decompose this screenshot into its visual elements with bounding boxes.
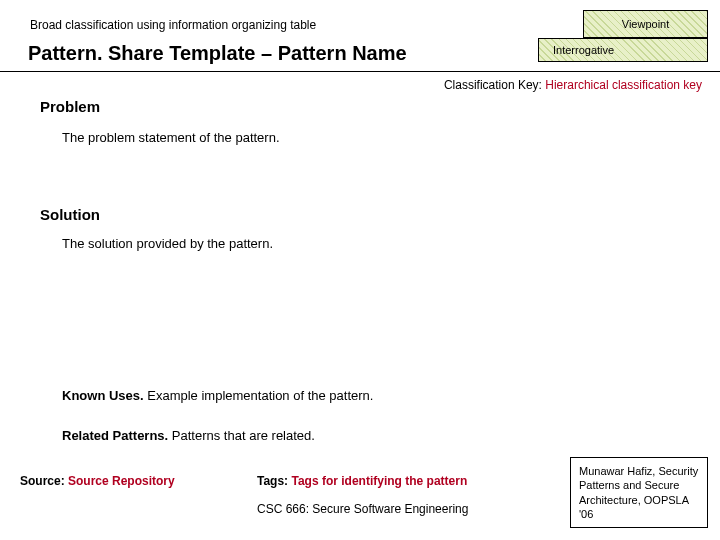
- citation-box: Munawar Hafiz, Security Patterns and Sec…: [570, 457, 708, 528]
- related-patterns-line: Related Patterns. Patterns that are rela…: [62, 428, 315, 443]
- tags-label: Tags:: [257, 474, 291, 488]
- known-uses-text: Example implementation of the pattern.: [147, 388, 373, 403]
- header-divider: [0, 71, 720, 72]
- problem-text: The problem statement of the pattern.: [62, 130, 280, 145]
- classification-key-label: Classification Key:: [444, 78, 545, 92]
- tags-line: Tags: Tags for identifying the pattern: [257, 474, 467, 488]
- source-label: Source:: [20, 474, 68, 488]
- known-uses-label: Known Uses.: [62, 388, 147, 403]
- classification-key-value: Hierarchical classification key: [545, 78, 702, 92]
- solution-heading: Solution: [40, 206, 100, 223]
- problem-heading: Problem: [40, 98, 100, 115]
- classification-key: Classification Key: Hierarchical classif…: [444, 78, 702, 92]
- interrogative-label: Interrogative: [553, 44, 614, 56]
- viewpoint-box: Viewpoint: [583, 10, 708, 38]
- interrogative-box: Interrogative: [538, 38, 708, 62]
- citation-text: Munawar Hafiz, Security Patterns and Sec…: [579, 465, 698, 520]
- related-patterns-label: Related Patterns.: [62, 428, 172, 443]
- source-value: Source Repository: [68, 474, 175, 488]
- related-patterns-text: Patterns that are related.: [172, 428, 315, 443]
- solution-text: The solution provided by the pattern.: [62, 236, 273, 251]
- course-line: CSC 666: Secure Software Engineering: [257, 502, 468, 516]
- source-line: Source: Source Repository: [20, 474, 175, 488]
- classification-topline: Broad classification using information o…: [30, 18, 316, 32]
- known-uses-line: Known Uses. Example implementation of th…: [62, 388, 373, 403]
- viewpoint-label: Viewpoint: [622, 18, 670, 30]
- tags-value: Tags for identifying the pattern: [291, 474, 467, 488]
- page-title: Pattern. Share Template – Pattern Name: [28, 42, 407, 65]
